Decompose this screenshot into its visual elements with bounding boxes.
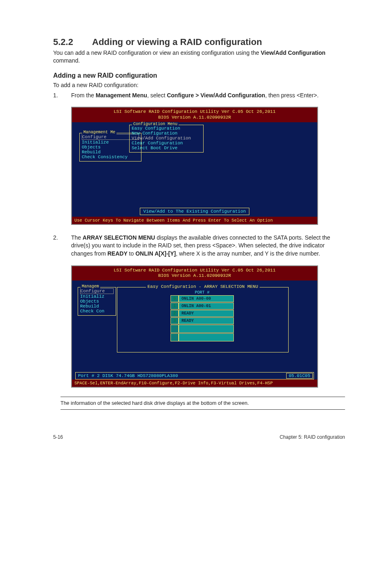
bios-screenshot-2: LSI Software RAID Configuration Utility … <box>71 265 318 388</box>
section-title-text: Adding or viewing a RAID configuration <box>92 37 262 47</box>
chapter-label: Chapter 5: RAID configuration <box>280 434 345 440</box>
step-number: 1. <box>53 92 71 100</box>
port-row-1[interactable]: 1 ONLIN A00-01 <box>170 303 234 310</box>
bios-footer: Use Cursor Keys To Navigate Between Item… <box>72 217 317 224</box>
port-table: PORT # 0 ONLIN A00-00 1 ONLIN A00-01 2 R… <box>170 290 234 342</box>
step-text: The ARRAY SELECTION MENU displays the av… <box>71 234 345 258</box>
step-1: 1. From the Management Menu, select Conf… <box>53 92 345 100</box>
port-row-2[interactable]: 2 READY <box>170 310 234 317</box>
note-block: The information of the selected hard dis… <box>53 397 345 410</box>
section-heading: 5.2.2 Adding or viewing a RAID configura… <box>53 37 345 47</box>
cfg-item-view-add[interactable]: View/Add Configuration <box>132 136 201 141</box>
step-2: 2. The ARRAY SELECTION MENU displays the… <box>53 234 345 258</box>
port-row-3[interactable]: 3 READY <box>170 317 234 324</box>
bios-footer: SPACE-Sel,ENTER-EndArray,F10-Configure,F… <box>72 379 317 387</box>
drive-info-right: 05.01C05 <box>286 373 313 379</box>
section-lead: You can add a new RAID configuration or … <box>53 49 345 65</box>
port-row-empty-1 <box>170 325 234 333</box>
management-menu-label: Management Me <box>82 130 117 135</box>
drive-info-bar: Port # 2 DISK 74.74GB HDS728080PLA380 05… <box>75 372 314 379</box>
step-number: 2. <box>53 234 71 258</box>
page-footer: 5-16 Chapter 5: RAID configuration <box>53 434 345 440</box>
note-text: The information of the selected hard dis… <box>61 397 345 410</box>
bios-screenshot-1: LSI Software RAID Configuration Utility … <box>71 107 318 225</box>
bios-hint: View/Add to The Existing Configuration <box>72 205 317 217</box>
menu-item-configure[interactable]: Configure <box>80 288 114 294</box>
port-header: PORT # <box>170 290 234 295</box>
configuration-menu-label: Configuration Menu <box>132 122 179 126</box>
array-selection-panel: Easy Configuration - ARRAY SELECTION MEN… <box>117 287 289 352</box>
cfg-item-new[interactable]: New Configuration <box>132 131 201 136</box>
menu-item-objects[interactable]: Objects <box>80 299 114 304</box>
port-row-empty-2 <box>170 333 234 341</box>
page-number: 5-16 <box>53 434 63 440</box>
cfg-item-easy[interactable]: Easy Configuration <box>132 126 201 131</box>
configuration-menu-group: Configuration Menu Easy Configuration Ne… <box>129 125 204 153</box>
management-menu-label: Managem <box>81 284 100 289</box>
step-text: From the Management Menu, select Configu… <box>71 92 318 100</box>
array-selection-label: Easy Configuration - ARRAY SELECTION MEN… <box>146 284 260 289</box>
menu-item-initialize[interactable]: Initializ <box>80 294 114 299</box>
port-row-0[interactable]: 0 ONLIN A00-00 <box>170 295 234 302</box>
menu-item-check-consistency[interactable]: Check Con <box>80 309 114 314</box>
bios-title: LSI Software RAID Configuration Utility … <box>72 266 317 281</box>
drive-info-left: Port # 2 DISK 74.74GB HDS728080PLA380 <box>78 373 178 378</box>
subsection-intro: To add a new RAID configuration: <box>53 82 345 88</box>
management-menu-group-trunc: Managem Configure Initializ Objects Rebu… <box>78 287 116 316</box>
menu-item-check-consistency[interactable]: Check Consistency <box>82 155 139 159</box>
menu-item-rebuild[interactable]: Rebuild <box>80 304 114 309</box>
subsection-heading: Adding a new RAID configuration <box>53 72 345 79</box>
cfg-item-clear[interactable]: Clear Configuration <box>132 141 201 146</box>
bios-hint-text: View/Add to The Existing Configuration <box>140 208 250 215</box>
section-number: 5.2.2 <box>53 37 90 47</box>
cfg-item-boot[interactable]: Select Boot Drive <box>132 146 201 150</box>
bios-title: LSI Software RAID Configuration Utility … <box>72 108 317 122</box>
